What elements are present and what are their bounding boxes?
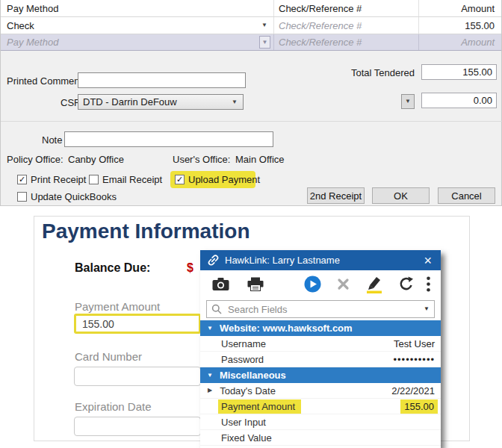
field-row-todays-date[interactable]: ▶ Today's Date 2/22/2021 <box>200 383 441 399</box>
checkbox-checked-icon: ✓ <box>175 175 185 184</box>
printed-comment-input[interactable] <box>78 72 246 88</box>
policy-office-label: Policy Office: <box>7 154 63 165</box>
expiration-date-label: Expiration Date <box>75 400 152 413</box>
ok-button[interactable]: OK <box>372 187 430 204</box>
dropdown-arrow-icon: ▼ <box>405 99 411 105</box>
highlighter-icon[interactable] <box>365 275 383 293</box>
page-title: Payment Information <box>42 220 250 243</box>
email-receipt-checkbox[interactable]: Email Receipt <box>89 174 162 185</box>
field-row-user-input[interactable]: User Input <box>200 414 441 430</box>
col-header-reference: Check/Reference # <box>274 3 362 14</box>
field-name: Username <box>221 338 266 349</box>
print-receipt-label: Print Receipt <box>31 174 86 185</box>
print-receipt-checkbox[interactable]: ✓ Print Receipt <box>17 174 86 185</box>
upload-payment-label: Upload Payment <box>188 174 260 185</box>
close-icon[interactable]: × <box>421 254 434 267</box>
payment-row-entry: Check ▼ 155.00 <box>1 17 501 34</box>
field-row-fixed-value[interactable]: Fixed Value <box>200 430 441 446</box>
balance-due-label: Balance Due: <box>75 261 150 275</box>
template-reference: Check/Reference # <box>274 37 362 48</box>
policy-office-value: Canby Office <box>68 154 124 165</box>
field-row-password[interactable]: Password •••••••••• <box>200 352 441 367</box>
section-miscellaneous-label: Miscellaneous <box>220 370 286 381</box>
total-tendered-label: Total Tendered <box>351 67 415 78</box>
upload-payment-checkbox[interactable]: ✓ Upload Payment <box>175 174 260 185</box>
run-icon[interactable] <box>304 276 321 293</box>
hawklink-logo-icon <box>207 254 220 267</box>
template-amount: Amount <box>461 37 501 48</box>
change-amount-value: 0.00 <box>421 93 497 108</box>
csr-select[interactable]: DTD - Darrin DeFouw ▼ <box>78 94 244 110</box>
email-receipt-label: Email Receipt <box>102 174 162 185</box>
card-number-label: Card Number <box>75 350 142 363</box>
payment-amount-label: Payment Amount <box>75 300 160 313</box>
hawklink-toolbar <box>200 270 441 298</box>
note-input[interactable] <box>64 131 273 147</box>
hawklink-titlebar[interactable]: HawkLink: Larry Lastname × <box>200 250 441 270</box>
total-tendered-value: 155.00 <box>421 64 497 80</box>
field-value: •••••••••• <box>393 354 438 365</box>
search-icon <box>211 304 222 314</box>
field-value: Test User <box>394 338 438 349</box>
section-website-label: Website: www.hawksoft.com <box>220 323 353 334</box>
dropdown-arrow-icon: ▼ <box>261 22 267 28</box>
payment-grid-header: Pay Method Check/Reference # Amount <box>1 0 501 17</box>
dropdown-arrow-icon: ▼ <box>262 40 268 46</box>
field-name: Payment Amount <box>218 399 301 414</box>
checkbox-unchecked-icon <box>89 175 99 184</box>
field-name: User Input <box>221 417 266 428</box>
clear-icon[interactable] <box>337 278 350 290</box>
divider <box>1 121 502 122</box>
col-header-amount: Amount <box>461 3 501 14</box>
hawklink-title: HawkLink: Larry Lastname <box>225 255 340 266</box>
screenshot-icon[interactable] <box>212 277 229 291</box>
field-row-username[interactable]: Username Test User <box>200 336 441 352</box>
section-miscellaneous[interactable]: ▼ Miscellaneous <box>200 367 441 383</box>
update-quickbooks-checkbox[interactable]: Update QuickBooks <box>17 191 117 202</box>
field-row-payment-amount[interactable]: Payment Amount 155.00 <box>200 399 441 414</box>
csr-value: DTD - Darrin DeFouw <box>78 96 177 108</box>
collapse-icon: ▼ <box>207 373 213 379</box>
field-name: Fixed Value <box>221 432 272 444</box>
users-office-label: User's Office: <box>173 154 230 165</box>
second-receipt-button[interactable]: 2nd Receipt <box>307 187 365 204</box>
cancel-button[interactable]: Cancel <box>438 187 495 204</box>
note-label: Note <box>42 134 62 146</box>
hawklink-window: HawkLink: Larry Lastname × ▼ <box>200 250 441 448</box>
dropdown-arrow-icon[interactable]: ▼ <box>424 306 430 312</box>
amount-cell-value[interactable]: 155.00 <box>465 20 501 31</box>
search-input[interactable] <box>226 303 424 316</box>
field-value: 155.00 <box>400 399 438 414</box>
expiration-date-input[interactable] <box>74 417 201 436</box>
checkbox-unchecked-icon <box>17 192 27 202</box>
card-number-input[interactable] <box>74 367 201 386</box>
payment-row-template[interactable]: Pay Method ▼ Check/Reference # Amount <box>1 34 501 51</box>
amount-dropdown-button[interactable]: ▼ <box>401 94 415 109</box>
section-website[interactable]: ▼ Website: www.hawksoft.com <box>200 320 441 336</box>
pay-method-value: Check <box>1 20 34 31</box>
field-name: Today's Date <box>220 385 276 396</box>
payment-entry-dialog: Pay Method Check/Reference # Amount Chec… <box>0 0 502 206</box>
checkbox-checked-icon: ✓ <box>17 175 27 184</box>
refresh-icon[interactable] <box>399 276 414 292</box>
dropdown-arrow-icon: ▼ <box>232 99 238 105</box>
users-office-value: Main Office <box>235 154 285 165</box>
menu-icon[interactable] <box>427 276 430 292</box>
collapse-icon: ▼ <box>207 326 213 332</box>
balance-due-value: $ <box>187 261 193 275</box>
payment-amount-input[interactable] <box>74 314 201 334</box>
col-header-pay-method: Pay Method <box>1 3 58 14</box>
printed-comment-label: Printed Comment <box>7 75 82 87</box>
template-pay-method: Pay Method <box>1 37 58 48</box>
field-value: 2/22/2021 <box>391 385 438 396</box>
print-icon[interactable] <box>247 277 264 291</box>
pay-method-select[interactable]: Check ▼ <box>1 17 273 34</box>
expand-icon[interactable]: ▶ <box>208 388 212 393</box>
reference-input[interactable] <box>274 17 418 34</box>
search-field[interactable]: ▼ <box>206 300 435 318</box>
template-dropdown-button[interactable]: ▼ <box>259 36 270 49</box>
update-quickbooks-label: Update QuickBooks <box>31 191 117 202</box>
field-name: Password <box>221 354 264 365</box>
